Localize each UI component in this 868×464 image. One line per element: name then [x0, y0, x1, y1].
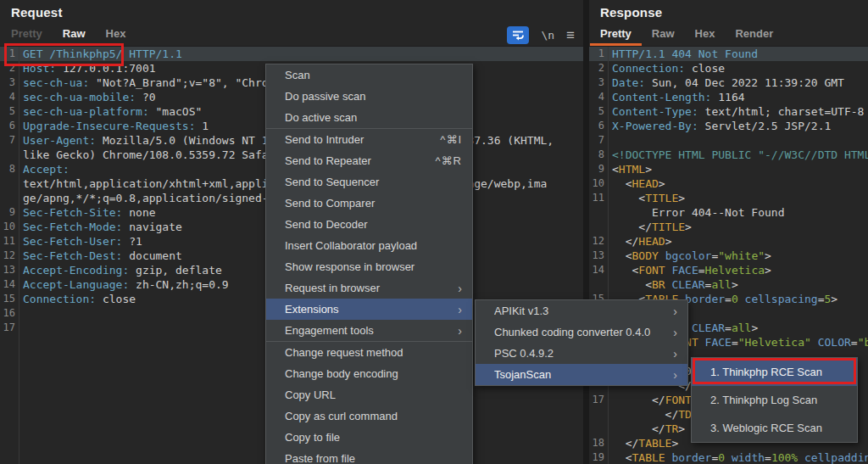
menu-item-2-thinkphp-log-scan[interactable]: 2. Thinkphp Log Scan [692, 386, 857, 414]
code-line[interactable]: 12 </HEAD> [589, 234, 868, 249]
menu-item-tsojanscan[interactable]: TsojanScan› [476, 364, 687, 385]
line-number [589, 277, 608, 292]
code-line[interactable]: 8<!DOCTYPE HTML PUBLIC "-//W3C//DTD HTML… [589, 148, 868, 162]
hamburger-menu-icon[interactable]: ≡ [566, 28, 575, 42]
code-line[interactable]: 2Connection: close [589, 61, 868, 75]
menu-item-chunked-coding-converter-0-4-0[interactable]: Chunked coding converter 0.4.0› [476, 321, 687, 343]
submenu-arrow-icon: › [673, 348, 677, 360]
menu-item-extensions[interactable]: Extensions› [266, 299, 472, 320]
code-line[interactable]: 5Content-Type: text/html; charset=UTF-8 [589, 104, 868, 119]
line-number: 13 [0, 263, 19, 277]
code-line[interactable]: Error 404--Not Found [589, 205, 868, 220]
menu-item-label: 2. Thinkphp Log Scan [710, 394, 847, 406]
code-line[interactable]: 10 <HEAD> [589, 176, 868, 191]
line-number: 9 [0, 205, 19, 220]
tab-response-pretty[interactable]: Pretty [590, 27, 642, 46]
menu-item-show-response-in-browser[interactable]: Show response in browser [266, 256, 472, 277]
menu-item-label: Chunked coding converter 0.4.0 [494, 326, 661, 338]
menu-item-send-to-comparer[interactable]: Send to Comparer [266, 193, 472, 214]
code-line[interactable]: 19 <TABLE border=0 width=100% cellpaddin… [589, 450, 868, 464]
code-line[interactable]: 11 <TITLE> [589, 191, 868, 205]
code-line[interactable]: 14 <FONT FACE=Helvetica> [589, 263, 868, 277]
submenu-arrow-icon: › [458, 325, 462, 337]
line-number: 4 [589, 90, 608, 104]
code-line[interactable]: 13 <BODY bgcolor="white"> [589, 249, 868, 263]
line-number: 9 [589, 162, 608, 176]
syntax-highlight-button[interactable] [507, 26, 529, 44]
tab-request-hex[interactable]: Hex [96, 27, 136, 46]
code-line[interactable]: </TITLE> [589, 220, 868, 234]
menu-item-apikit-v1-3[interactable]: APIKit v1.3› [476, 300, 687, 321]
code-text: <BR CLEAR=all> [608, 277, 868, 292]
code-text: <HTML> [608, 162, 868, 176]
menu-item-do-active-scan[interactable]: Do active scan [266, 107, 472, 128]
menu-item-shortcut: ^⌘I [440, 133, 462, 146]
menu-item-1-thinkphp-rce-scan[interactable]: 1. Thinkphp RCE Scan [692, 358, 857, 386]
code-text: <FONT FACE=Helvetica> [608, 263, 868, 277]
line-number: 5 [0, 104, 19, 119]
menu-item-request-in-browser[interactable]: Request in browser› [266, 277, 472, 299]
newline-toggle[interactable]: \n [541, 29, 554, 42]
line-number [0, 191, 19, 205]
menu-item-change-request-method[interactable]: Change request method [266, 341, 472, 363]
line-number: 12 [589, 234, 608, 249]
submenu-arrow-icon: › [673, 369, 677, 381]
tab-response-render[interactable]: Render [725, 27, 783, 46]
code-text: Error 404--Not Found [608, 205, 868, 220]
code-line[interactable]: 4Content-Length: 1164 [589, 90, 868, 104]
tab-request-raw[interactable]: Raw [53, 27, 96, 46]
menu-item-shortcut: ^⌘R [436, 154, 463, 167]
line-number: 1 [0, 47, 19, 61]
submenu-arrow-icon: › [458, 282, 462, 294]
code-line[interactable]: 9<HTML> [589, 162, 868, 176]
line-number: 1 [589, 47, 608, 61]
submenu-arrow-icon: › [458, 304, 462, 316]
menu-item-label: Change body encoding [285, 367, 462, 380]
menu-item-send-to-decoder[interactable]: Send to Decoder [266, 214, 472, 235]
request-tab-bar: PrettyRawHex [0, 25, 583, 46]
line-number: 11 [0, 234, 19, 249]
menu-item-copy-to-file[interactable]: Copy to file [266, 427, 472, 448]
tsojan-submenu: 1. Thinkphp RCE Scan2. Thinkphp Log Scan… [691, 357, 858, 443]
line-number: 17 [0, 321, 19, 335]
tab-response-raw[interactable]: Raw [642, 27, 685, 46]
line-number [589, 407, 608, 422]
menu-item-scan[interactable]: Scan [266, 64, 472, 86]
menu-item-paste-from-file[interactable]: Paste from file [266, 448, 472, 464]
code-text: <BODY bgcolor="white"> [608, 249, 868, 263]
menu-item-label: Change request method [285, 346, 462, 359]
request-panel-title: Request [11, 5, 63, 20]
code-line-selected[interactable]: 1GET /Thinkphp5/ HTTP/1.1 [0, 47, 583, 61]
code-text: HTTP/1.1 404 Not Found [608, 47, 868, 61]
code-line[interactable]: 7 [589, 133, 868, 148]
extensions-submenu: APIKit v1.3›Chunked coding converter 0.4… [475, 299, 688, 386]
code-line[interactable]: 6X-Powered-By: Servlet/2.5 JSP/2.1 [589, 119, 868, 133]
menu-item-copy-url[interactable]: Copy URL [266, 384, 472, 405]
code-line[interactable]: <BR CLEAR=all> [589, 277, 868, 292]
menu-item-send-to-sequencer[interactable]: Send to Sequencer [266, 171, 472, 193]
menu-item-change-body-encoding[interactable]: Change body encoding [266, 363, 472, 384]
code-line[interactable]: 3Date: Sun, 04 Dec 2022 11:39:20 GMT [589, 75, 868, 90]
tab-response-hex[interactable]: Hex [685, 27, 726, 46]
menu-item-label: TsojanScan [494, 368, 661, 381]
menu-item-copy-as-curl-command[interactable]: Copy as curl command [266, 405, 472, 427]
tab-request-pretty[interactable]: Pretty [1, 27, 53, 46]
line-number: 8 [589, 148, 608, 162]
line-number: 3 [589, 75, 608, 90]
line-number: 10 [0, 220, 19, 234]
menu-item-label: Request in browser [285, 282, 446, 294]
line-number [0, 148, 19, 162]
code-text: X-Powered-By: Servlet/2.5 JSP/2.1 [608, 119, 868, 133]
menu-item-send-to-repeater[interactable]: Send to Repeater^⌘R [266, 150, 472, 171]
menu-item-do-passive-scan[interactable]: Do passive scan [266, 86, 472, 107]
line-number: 3 [0, 75, 19, 90]
menu-item-send-to-intruder[interactable]: Send to Intruder^⌘I [266, 128, 472, 150]
menu-item-3-weblogic-rce-scan[interactable]: 3. Weblogic RCE Scan [692, 414, 857, 442]
menu-item-psc-0-4-9-2[interactable]: PSC 0.4.9.2› [476, 343, 687, 364]
menu-item-label: Send to Decoder [285, 218, 462, 231]
code-line-selected[interactable]: 1HTTP/1.1 404 Not Found [589, 47, 868, 61]
menu-item-label: Send to Comparer [285, 197, 462, 210]
menu-item-insert-collaborator-payload[interactable]: Insert Collaborator payload [266, 235, 472, 256]
menu-item-engagement-tools[interactable]: Engagement tools› [266, 320, 472, 341]
context-menu: ScanDo passive scanDo active scanSend to… [265, 64, 473, 464]
